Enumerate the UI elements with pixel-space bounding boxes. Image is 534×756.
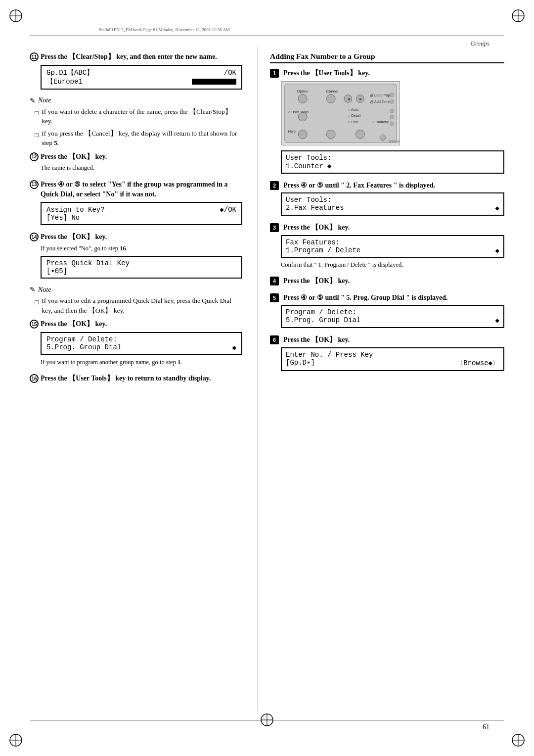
footer-reg-mark xyxy=(260,713,274,729)
reg-mark-bl xyxy=(9,733,23,747)
main-content: 11 Press the 【Clear/Stop】 key, and then … xyxy=(30,47,504,711)
section-title: Adding Fax Number to a Group xyxy=(270,52,504,63)
lcd-11-cursor xyxy=(192,79,236,85)
svg-text:Help: Help xyxy=(288,129,296,134)
svg-text:🖨 Add Toner: 🖨 Add Toner xyxy=(370,99,391,104)
svg-text:Option: Option xyxy=(297,89,308,93)
step-11-text: Press the 【Clear/Stop】 key, and then ent… xyxy=(41,52,217,62)
note-2-title: Note xyxy=(38,286,51,294)
svg-text:○ Detail: ○ Detail xyxy=(348,113,361,117)
svg-point-33 xyxy=(390,121,394,125)
rstep-6-lcd: Enter No. / Press Key [Gp.D▪] 〈Browse◆〉 xyxy=(281,347,504,371)
lcd-15-arrow: ◆ xyxy=(232,343,236,352)
step-15-block: 15 Press the 【OK】 key. Program / Delete:… xyxy=(30,319,242,367)
lcd-13-ok: ◆/OK xyxy=(220,205,236,214)
note-1-item-1: □ If you want to delete a character of t… xyxy=(35,107,242,126)
rlcd-2-arrow: ◆ xyxy=(495,204,499,212)
rlcd-6-line2: [Gp.D▪] xyxy=(286,359,315,368)
rstep-4-num: 4 xyxy=(270,277,279,285)
svg-point-31 xyxy=(390,109,394,113)
svg-point-24 xyxy=(390,99,394,103)
step-14-lcd: Press Quick Dial Key [▪05] xyxy=(41,256,242,279)
step-15-sub: If you want to program another group nam… xyxy=(41,358,242,367)
svg-point-36 xyxy=(326,130,335,139)
lcd-13-line1: Assign to Key? xyxy=(46,206,105,214)
rlcd-3-line2: 1.Program / Delete xyxy=(286,246,360,255)
rlcd-3-line1: Fax Features: xyxy=(286,238,340,246)
rstep-6-block: 6 Press the 【OK】 key. Enter No. / Press … xyxy=(270,335,504,371)
svg-point-16 xyxy=(326,94,335,103)
rlcd-1-line2: 1.Counter ◆ xyxy=(286,162,331,170)
rstep-4-block: 4 Press the 【OK】 key. xyxy=(270,276,504,286)
rstep-1-text: Press the 【User Tools】 key. xyxy=(283,68,370,78)
rstep-1-lcd: User Tools: 1.Counter ◆ xyxy=(281,150,504,174)
rstep-1-num: 1 xyxy=(270,69,279,78)
rstep-6-text: Press the 【OK】 key. xyxy=(283,335,350,345)
svg-point-23 xyxy=(390,93,394,96)
rlcd-2-line2: 2.Fax Features xyxy=(286,204,344,212)
rstep-3-text: Press the 【OK】 key. xyxy=(283,223,350,233)
step-11-num: 11 xyxy=(30,52,39,61)
reg-mark-tr xyxy=(511,9,525,23)
note-1-icon: ✎ xyxy=(30,96,36,105)
lcd-11-line1: Gp.D1【ABC】 xyxy=(46,68,93,77)
header-info: StellaF1EN-3_FM.book Page 61 Monday, Nov… xyxy=(99,27,230,32)
reg-mark-br xyxy=(511,733,525,747)
rstep-2-lcd: User Tools: 2.Fax Features ◆ xyxy=(281,192,504,216)
rstep-3-lcd: Fax Features: 1.Program / Delete ◆ xyxy=(281,235,504,258)
rlcd-5-line1: Program / Delete: xyxy=(286,308,356,316)
step-13-num: 13 xyxy=(30,180,39,189)
machine-svg: Option Cancel ◄ ► 🖨 Load Paper 🖨 Add Ton… xyxy=(281,81,400,145)
rstep-3-sub: Confirm that " 1. Program / Delete " is … xyxy=(281,261,504,270)
rlcd-1-line1: User Tools: xyxy=(286,154,331,162)
step-15-lcd: Program / Delete: 5.Prog. Group Dial ◆ xyxy=(41,332,242,355)
rlcd-2-line1: User Tools: xyxy=(286,196,331,204)
svg-text:○ Auto: ○ Auto xyxy=(348,107,358,112)
rstep-2-block: 2 Press ④ or ⑤ until " 2. Fax Features "… xyxy=(270,181,504,216)
rlcd-3-arrow: ◆ xyxy=(495,246,499,255)
rlcd-5-arrow: ◆ xyxy=(495,316,499,325)
reg-mark-tl xyxy=(9,9,23,23)
step-15-num: 15 xyxy=(30,320,39,329)
note-2-block: ✎ Note □ If you want to edit a programme… xyxy=(30,285,242,315)
rstep-5-text: Press ④ or ⑤ until " 5. Prog. Group Dial… xyxy=(283,293,448,303)
lcd-13-line2: [Yes] No xyxy=(46,214,80,222)
header-rule xyxy=(30,36,504,36)
rstep-5-num: 5 xyxy=(270,293,279,302)
note-1-block: ✎ Note □ If you want to delete a charact… xyxy=(30,96,242,148)
rlcd-6-browse: 〈Browse◆〉 xyxy=(456,359,499,368)
step-15-text: Press the 【OK】 key. xyxy=(41,319,107,329)
step-14-text: Press the 【OK】 key. xyxy=(41,232,107,242)
rstep-1-block: 1 Press the 【User Tools】 key. Option Can… xyxy=(270,68,504,174)
note-2-item-1: □ If you want to edit a programmed Quick… xyxy=(35,296,242,315)
step-14-num: 14 xyxy=(30,233,39,241)
step-16-block: 16 Press the 【User Tools】 key to return … xyxy=(30,374,242,383)
note-bullet-3: □ xyxy=(35,297,39,315)
step-16-text: Press the 【User Tools】 key to return to … xyxy=(41,374,211,383)
right-column: Adding Fax Number to a Group 1 Press the… xyxy=(257,47,504,711)
lcd-11-ok: /OK xyxy=(224,69,236,77)
note-1-text-2: If you press the 【Cancel】 key, the displ… xyxy=(42,129,242,148)
step-12-num: 12 xyxy=(30,152,39,161)
svg-point-30 xyxy=(298,112,307,121)
svg-point-35 xyxy=(298,130,307,139)
step-14-sub: If you selected "No", go to step 16. xyxy=(41,244,242,253)
step-13-lcd: Assign to Key? ◆/OK [Yes] No xyxy=(41,202,242,225)
svg-point-15 xyxy=(298,94,307,103)
svg-text:○ Fine: ○ Fine xyxy=(348,119,358,124)
lcd-14-line1: Press Quick Dial Key xyxy=(46,259,236,267)
svg-text:ZFW514SE: ZFW514SE xyxy=(388,140,400,143)
svg-text:Cancel: Cancel xyxy=(326,89,338,93)
step-16-num: 16 xyxy=(30,374,39,383)
page-number: 61 xyxy=(483,723,490,731)
rstep-6-num: 6 xyxy=(270,335,279,344)
step-13-text: Press ④ or ⑤ to select "Yes" if the grou… xyxy=(41,180,242,199)
svg-text:►: ► xyxy=(358,96,363,101)
step-11-block: 11 Press the 【Clear/Stop】 key, and then … xyxy=(30,52,242,90)
step-12-sub: The name is changed. xyxy=(41,164,242,173)
lcd-15-line1: Program / Delete: xyxy=(46,335,117,343)
lcd-11-line2: 【Europe1 xyxy=(46,77,83,86)
rlcd-5-line2: 5.Prog. Group Dial xyxy=(286,316,360,325)
rstep-2-num: 2 xyxy=(270,181,279,190)
step-12-text: Press the 【OK】 key. xyxy=(41,152,107,162)
